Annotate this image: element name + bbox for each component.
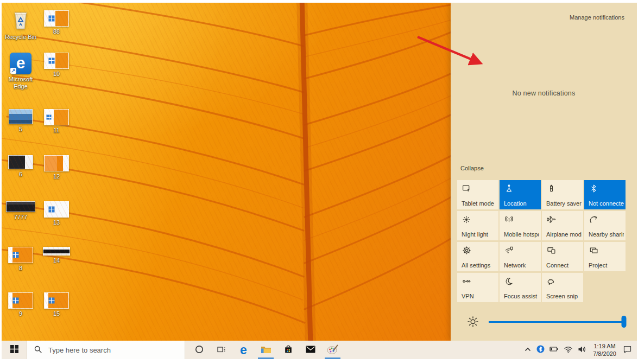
search-input[interactable] [47,346,169,355]
desktop-icon-12[interactable]: 12 [40,155,73,180]
desktop-icon-label: 15 [53,310,60,317]
desktop-icon-microsoft-edge[interactable]: e↗Microsoft Edge [4,53,37,90]
quick-action-label: Nearby sharing [589,231,624,238]
file-explorer-icon [261,345,271,355]
microsoft-store-icon [283,344,293,356]
quick-action-label: Location [504,200,539,207]
wifi-tray-button[interactable] [564,346,573,355]
location-tile[interactable]: Location [500,180,541,209]
action-center-button[interactable] [623,345,632,355]
taskbar: e 1:19 AM 7/8/2020 [2,341,637,359]
location-icon [504,184,514,193]
desktop-icon-label: 11 [53,127,59,134]
image-thumbnail-icon [44,201,69,218]
action-center-icon [623,345,632,355]
desktop-icon-11[interactable]: 11 [40,109,73,134]
start-button[interactable] [2,341,27,359]
windows-logo-thumbnail [49,16,55,22]
cortana-button[interactable] [188,341,210,359]
tablet-mode-tile[interactable]: Tablet mode [457,180,498,209]
image-thumbnail-icon [44,53,69,69]
image-thumbnail-icon [8,292,33,309]
quick-action-label: Screen snip [546,293,582,299]
windows-logo-thumbnail [49,58,55,64]
project-tile[interactable]: Project [584,242,626,271]
network-tile[interactable]: Network [500,242,541,271]
edge-icon: e↗ [10,53,31,74]
brightness-handle[interactable] [622,316,627,328]
desktop-icon-label: 14 [53,257,60,264]
desktop-icon-6[interactable]: 6 [4,155,37,178]
quick-action-label: Network [504,262,539,269]
desktop-icon-7777[interactable]: 7777 [4,201,37,221]
mobile-hotspot-tile[interactable]: Mobile hotspot [500,211,541,240]
mail-button[interactable] [299,341,321,359]
desktop-icon-label: 10 [53,71,60,78]
project-icon [589,246,598,255]
image-thumbnail-icon [44,155,69,171]
desktop-icon-label: 12 [53,173,60,180]
focus-assist-tile[interactable]: Focus assist [500,273,541,302]
brightness-slider[interactable] [489,316,625,328]
battery-tray-button[interactable] [549,346,559,354]
airplane-mode-tile[interactable]: Airplane mode [542,211,583,240]
mobile-hotspot-icon [504,215,514,224]
taskbar-clock[interactable]: 1:19 AM 7/8/2020 [593,342,616,358]
store-button[interactable] [277,341,299,359]
desktop-icon-label: 5 [19,126,22,133]
manage-notifications-link[interactable]: Manage notifications [570,14,624,21]
screen-snip-tile[interactable]: Screen snip [542,273,583,302]
desktop-icon-5[interactable]: 5 [4,109,37,133]
bluetooth-tray-icon [536,345,545,355]
desktop-icon-label: 88 [53,28,60,35]
nearby-sharing-tile[interactable]: Nearby sharing [584,211,626,240]
file-explorer-button[interactable] [255,341,277,359]
quick-action-label: All settings [462,262,497,269]
windows-logo-thumbnail [49,298,55,304]
action-center-panel: Manage notifications No new notification… [451,3,637,341]
all-settings-tile[interactable]: All settings [457,242,498,271]
quick-action-label: Connect [546,262,582,269]
bluetooth-tray-button[interactable] [536,345,545,355]
collapse-link[interactable]: Collapse [460,165,484,171]
quick-action-label: Battery saver [546,200,582,207]
volume-tray-button[interactable] [578,346,586,355]
night-light-tile[interactable]: Night light [457,211,498,240]
connect-icon [547,246,556,255]
desktop-icon-13[interactable]: 13 [40,201,73,226]
desktop-icon-label: Microsoft Edge [4,76,37,90]
connect-tile[interactable]: Connect [542,242,583,271]
desktop-icon-label: 9 [19,310,22,317]
task-view-button[interactable] [210,341,232,359]
desktop-icon-10[interactable]: 10 [40,53,73,78]
system-tray: 1:19 AM 7/8/2020 [524,341,637,359]
brightness-sun-icon [467,316,479,328]
desktop-icon-14[interactable]: 14 [40,247,73,264]
quick-action-label: Night light [462,231,497,238]
desktop-icon-label: Recycle Bin [5,34,36,41]
quick-action-label: Project [589,262,624,269]
taskbar-search[interactable] [27,341,185,359]
airplane-mode-icon [547,215,556,224]
battery-saver-tile[interactable]: Battery saver [542,180,583,209]
paint-3d-button[interactable] [321,341,344,359]
desktop-icon-9[interactable]: 9 [4,292,37,317]
image-thumbnail-icon [9,109,33,124]
desktop-icon-recycle-bin[interactable]: Recycle Bin [4,10,37,41]
image-thumbnail-icon [6,201,35,212]
windows-logo-thumbnail [49,207,55,213]
vpn-tile[interactable]: VPN [457,273,498,302]
windows-logo-thumbnail [13,252,19,258]
network-icon [504,246,514,255]
desktop-icon-15[interactable]: 15 [40,292,73,317]
hidden-icons-tray-button[interactable] [524,346,532,354]
bluetooth-tile[interactable]: Not connected [584,180,626,209]
desktop-icon-8[interactable]: 8 [4,247,37,272]
quick-action-label: VPN [462,293,497,299]
vpn-icon [462,277,471,286]
task-view-icon [217,345,226,355]
edge-button[interactable]: e [232,341,255,359]
image-thumbnail-icon [44,109,69,125]
desktop-icon-88[interactable]: 88 [40,10,73,35]
taskbar-app-buttons: e [188,341,344,359]
